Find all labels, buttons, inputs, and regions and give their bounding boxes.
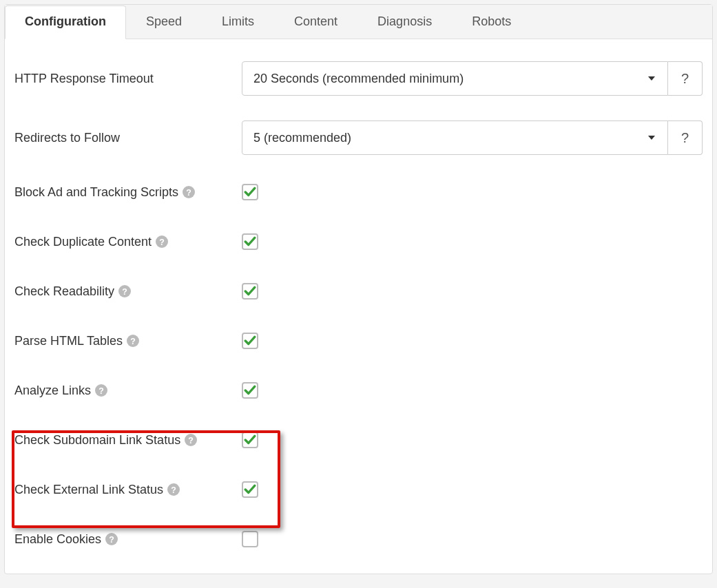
question-circle-icon[interactable]: ? [105, 533, 118, 545]
label-text-enable-cookies: Enable Cookies [14, 532, 101, 547]
select-value-redirects: 5 (recommended) [253, 131, 351, 145]
help-button-http-timeout[interactable]: ? [668, 61, 703, 96]
label-text-dup-content: Check Duplicate Content [14, 235, 152, 249]
tab-bar: Configuration Speed Limits Content Diagn… [5, 5, 712, 39]
select-http-timeout[interactable]: 20 Seconds (recommended minimum) [242, 61, 668, 96]
checkbox-parse-tables[interactable] [242, 333, 258, 349]
checkbox-readability[interactable] [242, 283, 258, 300]
row-external-links: Check External Link Status ? [14, 477, 703, 502]
svg-text:?: ? [188, 436, 194, 445]
tab-robots[interactable]: Robots [452, 6, 531, 39]
question-circle-icon[interactable]: ? [185, 434, 197, 446]
label-subdomain-links: Check Subdomain Link Status ? [14, 433, 242, 448]
question-circle-icon[interactable]: ? [118, 285, 131, 297]
help-button-redirects[interactable]: ? [668, 120, 703, 155]
question-circle-icon[interactable]: ? [127, 335, 139, 347]
question-circle-icon[interactable]: ? [183, 186, 195, 198]
tab-speed[interactable]: Speed [126, 6, 202, 39]
row-analyze-links: Analyze Links ? [14, 378, 703, 403]
chevron-down-icon [648, 136, 655, 140]
row-dup-content: Check Duplicate Content ? [14, 229, 703, 254]
tab-content[interactable]: Content [274, 6, 357, 39]
label-redirects: Redirects to Follow [14, 131, 242, 145]
svg-text:?: ? [130, 337, 136, 346]
select-redirects[interactable]: 5 (recommended) [242, 120, 668, 155]
svg-text:?: ? [109, 535, 114, 545]
row-parse-tables: Parse HTML Tables ? [14, 328, 703, 353]
select-value-http-timeout: 20 Seconds (recommended minimum) [253, 72, 464, 86]
label-text-parse-tables: Parse HTML Tables [14, 334, 123, 348]
row-subdomain-links: Check Subdomain Link Status ? [14, 428, 703, 452]
label-dup-content: Check Duplicate Content ? [14, 235, 242, 249]
svg-text:?: ? [186, 188, 191, 198]
tab-configuration[interactable]: Configuration [5, 6, 126, 39]
label-text-http-timeout: HTTP Response Timeout [14, 72, 154, 86]
label-enable-cookies: Enable Cookies ? [14, 532, 242, 547]
svg-text:?: ? [122, 287, 127, 297]
checkbox-enable-cookies[interactable] [242, 531, 258, 547]
question-circle-icon[interactable]: ? [167, 483, 180, 496]
row-redirects: Redirects to Follow 5 (recommended) ? [14, 120, 703, 155]
label-text-external-links: Check External Link Status [14, 483, 163, 497]
label-analyze-links: Analyze Links ? [14, 384, 242, 398]
question-circle-icon[interactable]: ? [95, 384, 107, 397]
checkbox-subdomain-links[interactable] [242, 432, 258, 448]
tab-limits[interactable]: Limits [202, 6, 274, 39]
config-content: HTTP Response Timeout 20 Seconds (recomm… [5, 39, 712, 574]
label-text-analyze-links: Analyze Links [14, 384, 91, 398]
checkbox-block-ads[interactable] [242, 184, 258, 200]
svg-text:?: ? [159, 238, 165, 247]
tab-diagnosis[interactable]: Diagnosis [357, 6, 452, 39]
label-text-readability: Check Readability [14, 284, 114, 299]
label-external-links: Check External Link Status ? [14, 483, 242, 497]
label-readability: Check Readability ? [14, 284, 242, 299]
label-text-block-ads: Block Ad and Tracking Scripts [14, 185, 178, 200]
row-enable-cookies: Enable Cookies ? [14, 527, 703, 552]
config-panel: Configuration Speed Limits Content Diagn… [4, 4, 713, 574]
label-http-timeout: HTTP Response Timeout [14, 72, 242, 86]
svg-text:?: ? [171, 485, 176, 495]
label-text-subdomain-links: Check Subdomain Link Status [14, 433, 180, 448]
checkbox-external-links[interactable] [242, 481, 258, 498]
checkbox-analyze-links[interactable] [242, 382, 258, 399]
row-http-timeout: HTTP Response Timeout 20 Seconds (recomm… [14, 61, 703, 96]
label-block-ads: Block Ad and Tracking Scripts ? [14, 185, 242, 200]
question-circle-icon[interactable]: ? [156, 235, 168, 248]
row-block-ads: Block Ad and Tracking Scripts ? [14, 180, 703, 204]
row-readability: Check Readability ? [14, 279, 703, 304]
checkbox-dup-content[interactable] [242, 233, 258, 250]
chevron-down-icon [648, 76, 655, 81]
label-parse-tables: Parse HTML Tables ? [14, 334, 242, 348]
svg-text:?: ? [98, 386, 104, 396]
label-text-redirects: Redirects to Follow [14, 131, 120, 145]
